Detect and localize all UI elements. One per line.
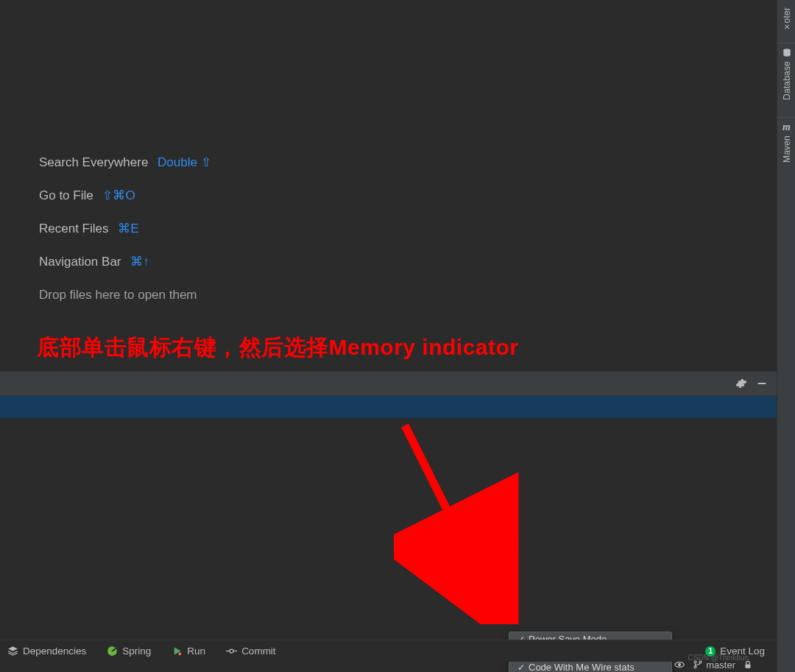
toolwindow-label: Event Log xyxy=(720,646,765,657)
right-tool-rail: oter ✕ Database m Maven xyxy=(777,0,795,672)
panel-toolbar xyxy=(0,371,777,396)
highlighted-row xyxy=(0,396,777,418)
svg-point-4 xyxy=(179,652,182,655)
rail-item-partial[interactable]: oter ✕ xyxy=(777,0,795,43)
toolwindow-label: Commit xyxy=(241,646,276,657)
svg-point-12 xyxy=(699,661,702,663)
svg-point-5 xyxy=(230,649,233,653)
hint-label: Go to File xyxy=(39,188,93,202)
git-branch-widget[interactable]: master xyxy=(693,659,735,671)
toolwindow-event-log[interactable]: 1 Event Log xyxy=(705,646,765,657)
inspection-eye-icon[interactable] xyxy=(674,659,685,671)
toolwindow-commit[interactable]: Commit xyxy=(226,646,276,657)
lock-icon[interactable] xyxy=(743,659,753,670)
minimize-icon[interactable] xyxy=(756,378,768,389)
editor-area: Search Everywhere Double ⇧ Go to File ⇧⌘… xyxy=(0,0,777,672)
maven-icon: m xyxy=(782,122,791,132)
svg-point-11 xyxy=(694,666,696,668)
hint-recent-files: Recent Files ⌘E xyxy=(39,222,211,235)
empty-editor-hints: Search Everywhere Double ⇧ Go to File ⇧⌘… xyxy=(39,156,211,322)
hint-go-to-file: Go to File ⇧⌘O xyxy=(39,189,211,202)
svg-point-10 xyxy=(694,661,696,663)
check-icon: ✓ xyxy=(515,662,527,673)
notification-badge: 1 xyxy=(705,646,716,657)
rail-label: Maven xyxy=(782,135,792,163)
layers-icon xyxy=(7,646,18,657)
branch-name: master xyxy=(706,659,735,671)
hint-navigation-bar: Navigation Bar ⌘↑ xyxy=(39,255,211,268)
toolwindow-label: Spring xyxy=(122,646,151,657)
toolwindow-label: Run xyxy=(187,646,205,657)
root: Search Everywhere Double ⇧ Go to File ⇧⌘… xyxy=(0,0,795,672)
svg-rect-13 xyxy=(746,664,751,668)
status-bar[interactable]: Dependencies Spring Run Commit xyxy=(0,640,777,662)
menu-item-code-with-me-wire-stats[interactable]: ✓ Code With Me Wire stats xyxy=(509,660,671,672)
rail-label: Database xyxy=(782,61,792,100)
rail-label: oter xyxy=(782,7,792,23)
hint-label: Navigation Bar xyxy=(39,255,121,269)
hint-label: Recent Files xyxy=(39,222,108,236)
svg-point-9 xyxy=(679,664,681,666)
commit-icon xyxy=(226,646,237,657)
toolwindow-spring[interactable]: Spring xyxy=(107,646,151,657)
run-icon xyxy=(172,646,183,657)
menu-item-label: Code With Me Wire stats xyxy=(527,662,635,672)
spring-icon xyxy=(107,646,118,657)
status-bar-right: master xyxy=(674,659,753,671)
annotation-text: 底部单击鼠标右键，然后选择Memory indicator xyxy=(37,333,519,363)
toolwindow-run[interactable]: Run xyxy=(172,646,205,657)
annotation-arrow xyxy=(394,418,519,624)
hint-drop-files: Drop files here to open them xyxy=(39,289,211,301)
gear-icon[interactable] xyxy=(735,378,747,389)
hint-shortcut: ⇧⌘O xyxy=(102,188,135,202)
close-icon: ✕ xyxy=(784,23,790,31)
svg-line-2 xyxy=(405,425,497,609)
hint-label: Search Everywhere xyxy=(39,155,148,169)
toolwindow-dependencies[interactable]: Dependencies xyxy=(7,646,86,657)
toolwindow-label: Dependencies xyxy=(23,646,86,657)
hint-search-everywhere: Search Everywhere Double ⇧ xyxy=(39,156,211,169)
database-icon xyxy=(782,48,792,58)
rail-item-maven[interactable]: m Maven xyxy=(777,118,795,177)
hint-shortcut: ⌘↑ xyxy=(130,255,149,269)
hint-shortcut: Double ⇧ xyxy=(158,155,211,169)
rail-item-database[interactable]: Database xyxy=(777,43,795,117)
hint-shortcut: ⌘E xyxy=(118,222,138,236)
